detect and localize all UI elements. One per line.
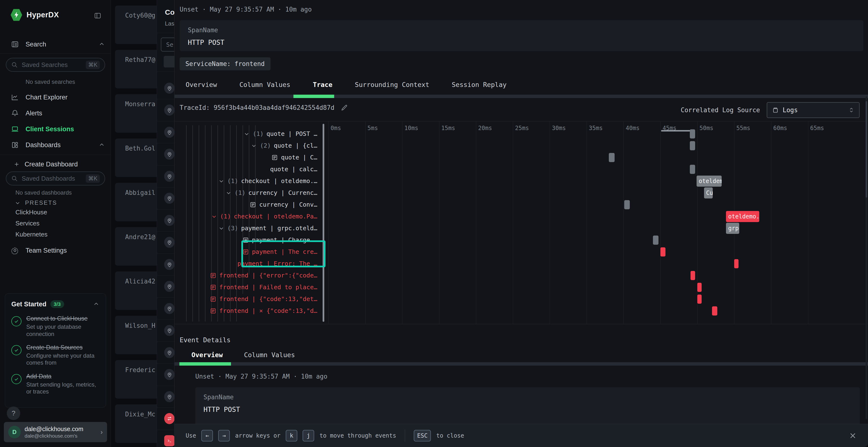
- user-profile[interactable]: D dale@clickhouse.com dale@clickhouse.co…: [4, 422, 107, 442]
- session-event-row[interactable]: [157, 99, 174, 122]
- chevron-down-icon[interactable]: [244, 131, 250, 137]
- sidebar-item-alerts[interactable]: Alerts: [0, 107, 111, 119]
- span-tree-row[interactable]: (1)quote | POST …: [175, 128, 321, 140]
- span-tree-row[interactable]: (1)checkout | oteldemo.Pa…: [175, 210, 321, 222]
- tab-session-replay[interactable]: Session Replay: [452, 81, 507, 89]
- session-event-row[interactable]: [157, 77, 174, 99]
- chevron-down-icon[interactable]: [251, 143, 257, 149]
- edit-pencil-icon[interactable]: [341, 104, 348, 111]
- span-tree-row[interactable]: frontend | Failed to place…: [175, 281, 321, 293]
- sidebar-item-search[interactable]: Search: [0, 38, 111, 50]
- span-tree-row[interactable]: quote | calc…: [175, 163, 321, 175]
- session-event-row[interactable]: [157, 253, 174, 276]
- span-bar[interactable]: [690, 271, 695, 280]
- presets-toggle[interactable]: PRESETS: [0, 198, 111, 208]
- chevron-down-icon[interactable]: [218, 225, 224, 232]
- chevron-up-icon[interactable]: [93, 301, 100, 308]
- span-tree-row[interactable]: frontend | {"code":13,"det…: [175, 293, 321, 305]
- span-bar[interactable]: [690, 129, 695, 138]
- logo[interactable]: HyperDX: [10, 9, 59, 21]
- span-bar-chip[interactable]: Cur: [704, 187, 713, 199]
- session-event-row[interactable]: [157, 386, 174, 408]
- sidebar-item-team-settings[interactable]: Team Settings: [0, 244, 111, 257]
- span-bar-chip[interactable]: grpc: [726, 223, 739, 234]
- sidebar-item-chart-explorer[interactable]: Chart Explorer: [0, 91, 111, 104]
- span-tree-row[interactable]: (1)checkout | oteldemo.…: [175, 175, 321, 187]
- session-event-row[interactable]: [157, 209, 174, 232]
- preset-kubernetes[interactable]: Kubernetes: [16, 231, 48, 238]
- span-bar[interactable]: [660, 247, 665, 256]
- session-event-row[interactable]: [157, 121, 174, 143]
- span-tree-row[interactable]: (3)payment | grpc.oteld…: [175, 222, 321, 234]
- session-event-row[interactable]: [157, 298, 174, 319]
- chevron-up-icon[interactable]: [98, 41, 105, 48]
- session-event-row[interactable]: [157, 319, 174, 342]
- tree-scrollbar[interactable]: [322, 124, 324, 322]
- tab-overview[interactable]: Overview: [191, 351, 223, 358]
- span-bar[interactable]: [697, 283, 702, 292]
- tab-surrounding-context[interactable]: Surrounding Context: [355, 81, 429, 89]
- session-event-row[interactable]: [157, 364, 174, 386]
- session-search-input[interactable]: Se: [161, 38, 174, 51]
- span-tree-row[interactable]: frontend | × {"code":13,"d…: [175, 305, 321, 317]
- help-button[interactable]: ?: [7, 407, 20, 420]
- service-name-chip[interactable]: ServiceName: frontend: [180, 57, 271, 70]
- span-bar[interactable]: [712, 306, 717, 315]
- tab-overview[interactable]: Overview: [186, 81, 217, 89]
- saved-dashboards-input[interactable]: Saved Dashboards ⌘K: [6, 171, 105, 185]
- get-started-item[interactable]: Add Data Start sending logs, metrics, or…: [11, 373, 100, 395]
- chevron-down-icon[interactable]: [211, 213, 217, 220]
- sidebar-item-client-sessions[interactable]: Client Sessions: [0, 123, 111, 135]
- span-bar-chip[interactable]: oteldemo.: [726, 211, 759, 222]
- get-started-item[interactable]: Connect to ClickHouse Set up your databa…: [11, 315, 100, 337]
- span-tree-row[interactable]: payment | The cre…: [175, 246, 321, 258]
- sidebar-collapse-icon[interactable]: [94, 12, 102, 20]
- chevron-down-icon[interactable]: [225, 190, 232, 196]
- span-bar[interactable]: [734, 259, 739, 268]
- chevron-down-icon[interactable]: [218, 178, 224, 184]
- session-event-row[interactable]: [157, 408, 174, 430]
- span-tree-row[interactable]: frontend | {"error":{"code…: [175, 270, 321, 281]
- session-event-row[interactable]: [157, 187, 174, 209]
- correlated-label: Correlated Log Source: [681, 106, 760, 114]
- drawer-scrollbar-thumb[interactable]: [866, 101, 867, 198]
- session-event-row[interactable]: [157, 429, 174, 447]
- location-pin-icon: [164, 369, 174, 380]
- get-started-item[interactable]: Create Data Sources Configure where your…: [11, 344, 100, 366]
- session-event-row[interactable]: [157, 143, 174, 166]
- preset-services[interactable]: Services: [16, 220, 39, 227]
- span-tree-row[interactable]: (1)currency | Currenc…: [175, 187, 321, 199]
- close-icon[interactable]: [848, 431, 857, 440]
- span-bar-chip[interactable]: oteldemo: [696, 176, 722, 187]
- key-esc[interactable]: ESC: [414, 430, 431, 442]
- sidebar-item-dashboards[interactable]: Dashboards: [0, 139, 111, 151]
- chevron-up-icon[interactable]: [98, 142, 105, 148]
- span-tree-row[interactable]: currency | Conv…: [175, 199, 321, 210]
- session-event-row[interactable]: [157, 232, 174, 253]
- tab-column-values[interactable]: Column Values: [240, 81, 290, 89]
- log-source-select[interactable]: Logs: [767, 102, 860, 118]
- span-bar[interactable]: [697, 295, 702, 304]
- session-event-row[interactable]: [157, 165, 174, 187]
- tab-trace[interactable]: Trace: [313, 81, 332, 89]
- session-event-row[interactable]: [157, 342, 174, 364]
- key-left-arrow[interactable]: ←: [201, 430, 213, 442]
- span-bar[interactable]: [624, 200, 630, 209]
- session-filter-button[interactable]: [164, 56, 174, 67]
- create-dashboard-button[interactable]: Create Dashboard: [0, 159, 111, 170]
- span-bar[interactable]: [690, 141, 695, 150]
- saved-searches-input[interactable]: Saved Searches ⌘K: [6, 58, 105, 72]
- tab-column-values[interactable]: Column Values: [244, 351, 295, 358]
- key-k[interactable]: k: [286, 430, 297, 442]
- key-right-arrow[interactable]: →: [218, 430, 230, 442]
- span-tree-row[interactable]: (2)quote | {cl…: [175, 140, 321, 151]
- span-tree-row[interactable]: payment | Charge …: [175, 234, 321, 246]
- session-event-row[interactable]: [157, 276, 174, 298]
- span-tree-row[interactable]: payment | Error: The …: [175, 258, 321, 270]
- span-bar[interactable]: [690, 165, 695, 174]
- span-bar[interactable]: [653, 236, 658, 245]
- span-bar[interactable]: [609, 153, 615, 162]
- key-j[interactable]: j: [303, 430, 314, 442]
- span-tree-row[interactable]: quote | C…: [175, 151, 321, 163]
- preset-clickhouse[interactable]: ClickHouse: [16, 209, 47, 216]
